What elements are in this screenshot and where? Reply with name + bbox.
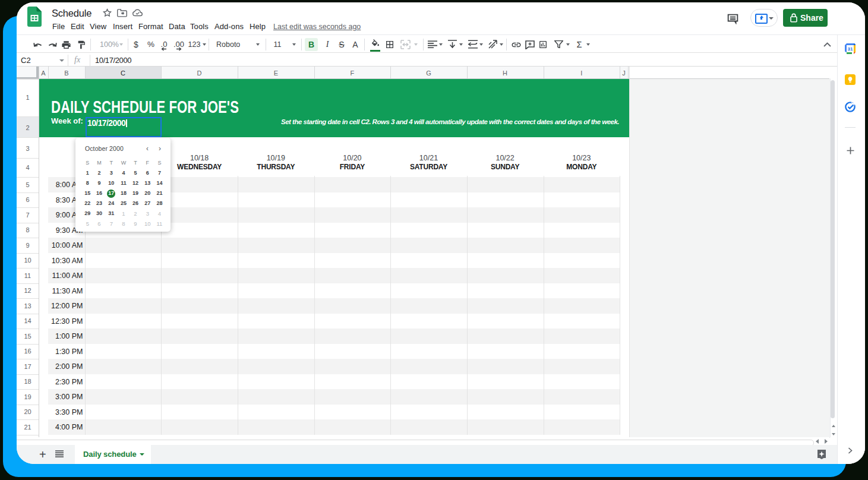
svg-text:31: 31: [848, 46, 853, 52]
